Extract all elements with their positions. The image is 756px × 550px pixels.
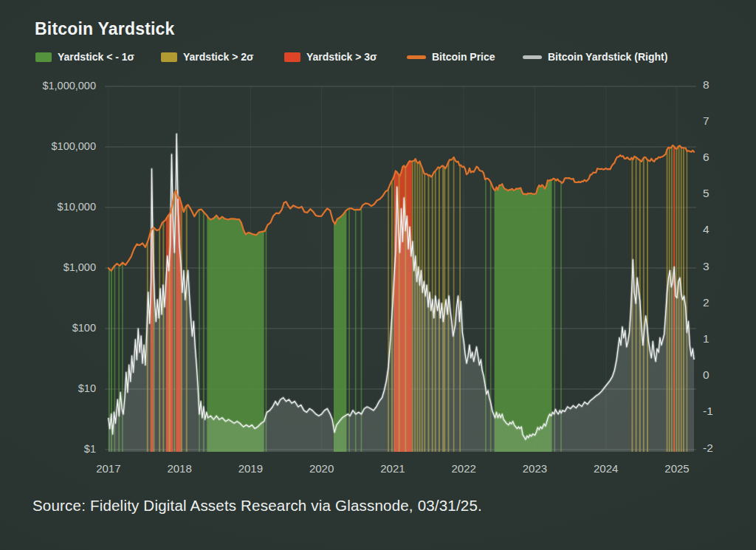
bitcoin-yardstick-figure: Bitcoin Yardstick Yardstick < - 1σ Yards… xyxy=(0,0,756,550)
source-caption: Source: Fidelity Digital Assets Research… xyxy=(32,497,482,515)
legend-item-yardstick-gt-2sigma: Yardstick > 2σ xyxy=(161,49,254,64)
gold-band-swatch-icon xyxy=(161,52,177,62)
yardstick-line-swatch-icon xyxy=(523,55,542,59)
green-band-swatch-icon xyxy=(35,52,52,62)
legend-item-bitcoin-yardstick: Bitcoin Yardstick (Right) xyxy=(523,49,667,64)
legend-label: Bitcoin Yardstick (Right) xyxy=(548,51,667,63)
red-band-swatch-icon xyxy=(284,52,300,62)
legend-label: Yardstick > 2σ xyxy=(183,51,254,63)
price-line-swatch-icon xyxy=(407,55,426,59)
chart-legend: Yardstick < - 1σ Yardstick > 2σ Yardstic… xyxy=(0,49,756,64)
legend-label: Yardstick < - 1σ xyxy=(58,51,134,63)
legend-label: Yardstick > 3σ xyxy=(306,51,377,63)
legend-label: Bitcoin Price xyxy=(432,51,495,63)
chart-title: Bitcoin Yardstick xyxy=(35,19,175,39)
legend-item-yardstick-lt-minus-1sigma: Yardstick < - 1σ xyxy=(35,49,134,64)
legend-item-bitcoin-price: Bitcoin Price xyxy=(407,49,495,64)
legend-item-yardstick-gt-3sigma: Yardstick > 3σ xyxy=(284,49,377,64)
chart-plot-area xyxy=(0,0,756,550)
